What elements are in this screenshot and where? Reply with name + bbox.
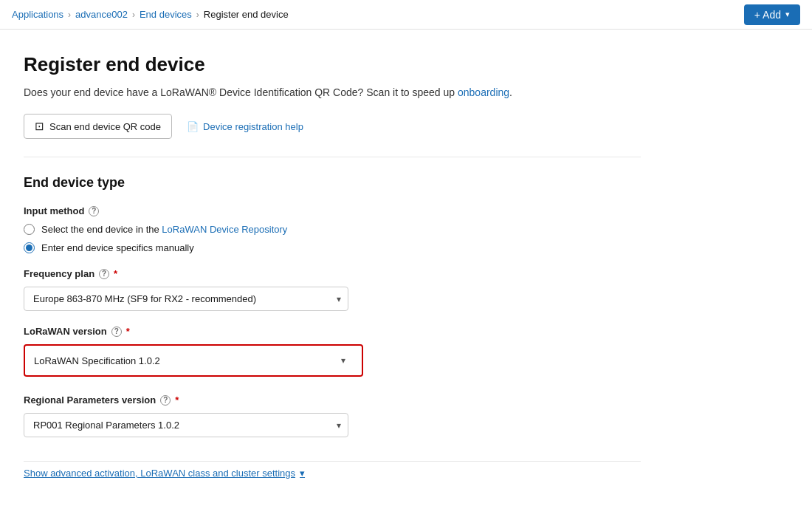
onboarding-link[interactable]: onboarding <box>458 86 509 98</box>
action-buttons: ⊡ Scan end device QR code 📄 Device regis… <box>24 114 641 139</box>
lorawan-version-help-icon[interactable]: ? <box>111 326 122 337</box>
frequency-plan-required: * <box>114 268 117 279</box>
add-button-label: + Add <box>754 9 781 21</box>
scan-btn-label: Scan end device QR code <box>49 121 161 132</box>
lorawan-version-box: LoRaWAN Specification 1.0.2 LoRaWAN Spec… <box>24 344 363 377</box>
breadcrumb-sep-3: › <box>196 10 199 20</box>
regional-params-help-icon[interactable]: ? <box>160 395 171 406</box>
input-method-help-icon[interactable]: ? <box>89 206 99 216</box>
regional-params-select[interactable]: RP001 Regional Parameters 1.0.2 RP001 Re… <box>24 413 348 437</box>
topbar: Applications › advance002 › End devices … <box>0 0 812 30</box>
page-title: Register end device <box>24 53 641 76</box>
frequency-plan-select[interactable]: Europe 863-870 MHz (SF9 for RX2 - recomm… <box>24 287 348 311</box>
advanced-settings-link[interactable]: Show advanced activation, LoRaWAN class … <box>24 468 641 479</box>
regional-params-required: * <box>175 394 179 406</box>
advanced-link-label: Show advanced activation, LoRaWAN class … <box>24 468 295 479</box>
main-content: Register end device Does your end device… <box>0 30 664 502</box>
frequency-plan-label: Frequency plan ? * <box>24 268 641 279</box>
scan-qr-button[interactable]: ⊡ Scan end device QR code <box>24 114 172 139</box>
frequency-plan-field: Frequency plan ? * Europe 863-870 MHz (S… <box>24 268 641 311</box>
radio-manual[interactable]: Enter end device specifics manually <box>24 242 641 253</box>
lorawan-repo-link[interactable]: LoRaWAN Device Repository <box>162 224 287 235</box>
input-method-label: Input method ? <box>24 205 641 216</box>
lorawan-version-field: LoRaWAN version ? * LoRaWAN Specificatio… <box>24 326 641 380</box>
regional-params-label: Regional Parameters version ? * <box>24 394 641 406</box>
advanced-link-chevron-icon: ▾ <box>300 468 305 479</box>
regional-params-field: Regional Parameters version ? * RP001 Re… <box>24 394 641 437</box>
qr-description: Does your end device have a LoRaWAN® Dev… <box>24 85 641 100</box>
device-registration-help-link[interactable]: 📄 Device registration help <box>187 121 303 132</box>
lorawan-version-select[interactable]: LoRaWAN Specification 1.0.2 LoRaWAN Spec… <box>34 355 353 366</box>
radio-manual-input[interactable] <box>24 242 35 253</box>
section-title: End device type <box>24 175 641 191</box>
frequency-plan-select-wrapper: Europe 863-870 MHz (SF9 for RX2 - recomm… <box>24 287 348 311</box>
input-method-field: Input method ? Select the end device in … <box>24 205 641 253</box>
radio-repo-input[interactable] <box>24 224 35 235</box>
lorawan-version-required: * <box>126 326 130 337</box>
document-icon: 📄 <box>187 121 199 132</box>
breadcrumb-sep-1: › <box>68 10 71 20</box>
breadcrumb-current: Register end device <box>204 9 289 20</box>
radio-manual-label: Enter end device specifics manually <box>41 242 194 253</box>
radio-repo[interactable]: Select the end device in the LoRaWAN Dev… <box>24 224 641 235</box>
add-button[interactable]: + Add ▾ <box>744 4 800 25</box>
lorawan-version-select-wrapper: LoRaWAN Specification 1.0.2 LoRaWAN Spec… <box>34 355 353 366</box>
regional-params-select-wrapper: RP001 Regional Parameters 1.0.2 RP001 Re… <box>24 413 348 437</box>
section-divider <box>24 157 641 157</box>
lorawan-version-label: LoRaWAN version ? * <box>24 326 641 337</box>
breadcrumb: Applications › advance002 › End devices … <box>12 9 289 20</box>
radio-group: Select the end device in the LoRaWAN Dev… <box>24 224 641 253</box>
breadcrumb-end-devices[interactable]: End devices <box>140 9 192 20</box>
frequency-plan-help-icon[interactable]: ? <box>99 269 109 279</box>
breadcrumb-applications[interactable]: Applications <box>12 9 63 20</box>
breadcrumb-advance002[interactable]: advance002 <box>75 9 128 20</box>
radio-repo-label: Select the end device in the LoRaWAN Dev… <box>41 224 287 235</box>
add-button-chevron: ▾ <box>785 10 790 19</box>
breadcrumb-sep-2: › <box>132 10 135 20</box>
bottom-divider <box>24 461 641 462</box>
help-link-label: Device registration help <box>203 121 303 132</box>
qr-icon: ⊡ <box>35 120 44 133</box>
